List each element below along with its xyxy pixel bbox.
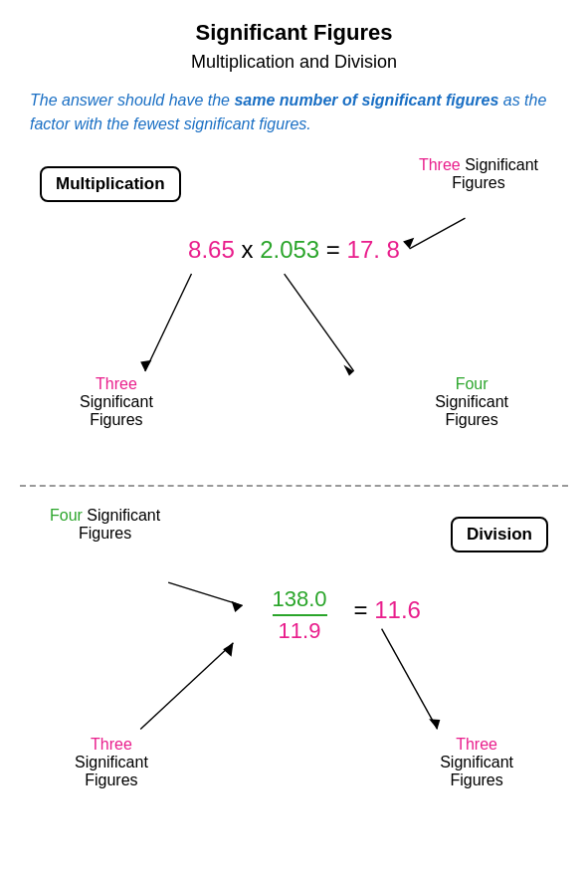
division-label: Division bbox=[467, 525, 532, 544]
sig-figs-div-top2: Figures bbox=[79, 525, 131, 542]
multiplication-equation: 8.65 x 2.053 = 17. 8 bbox=[188, 236, 400, 264]
division-result: = 11.6 bbox=[354, 596, 421, 624]
num1: 8.65 bbox=[188, 236, 235, 263]
sig-figs-div-left-1: Significant bbox=[75, 754, 148, 771]
division-result-value: 11.6 bbox=[374, 596, 421, 623]
sub-title: Multiplication and Division bbox=[20, 52, 568, 73]
three-label-div-right: Three bbox=[456, 736, 497, 753]
rule-text: The answer should have the same number o… bbox=[20, 89, 568, 136]
sig-figs-bottom-left-1: Significant bbox=[80, 393, 153, 410]
three-sig-top-label: Three Significant Figures bbox=[419, 156, 538, 192]
three-label-top: Three bbox=[419, 156, 461, 173]
num2: 2.053 bbox=[260, 236, 319, 263]
three-label-bottom-left: Three bbox=[96, 375, 137, 392]
rule-text-bold: same number of significant figures bbox=[234, 92, 498, 109]
division-equals: = bbox=[354, 596, 375, 623]
svg-marker-9 bbox=[223, 643, 233, 657]
division-box: Division bbox=[451, 517, 548, 552]
multiplication-label: Multiplication bbox=[56, 174, 165, 193]
fraction: 138.0 11.9 bbox=[272, 586, 326, 644]
sig-figs-div-left-2: Figures bbox=[85, 771, 137, 788]
sig-figs-bottom-right-1: Significant bbox=[435, 393, 508, 410]
sig-figs-div-right-2: Figures bbox=[450, 771, 502, 788]
svg-marker-3 bbox=[140, 360, 151, 371]
section-divider bbox=[20, 485, 568, 487]
four-label-div: Four bbox=[50, 507, 83, 524]
three-sig-div-left: Three Significant Figures bbox=[75, 736, 148, 789]
three-sig-bottom-left: Three Significant Figures bbox=[80, 375, 153, 429]
page: Significant Figures Multiplication and D… bbox=[0, 0, 588, 881]
svg-marker-7 bbox=[232, 601, 243, 612]
svg-line-6 bbox=[168, 582, 243, 605]
svg-line-10 bbox=[382, 629, 438, 730]
sig-figs-bottom-left-2: Figures bbox=[90, 411, 142, 428]
svg-line-0 bbox=[410, 218, 466, 249]
sig-figs-bottom-right-2: Figures bbox=[445, 411, 497, 428]
svg-marker-5 bbox=[343, 364, 353, 375]
division-section: Four Significant Figures Division 138.0 … bbox=[20, 507, 568, 825]
svg-marker-1 bbox=[403, 238, 414, 249]
op: x bbox=[235, 236, 260, 263]
four-sig-division-top: Four Significant Figures bbox=[50, 507, 160, 543]
eq-sign: = bbox=[319, 236, 346, 263]
three-label-div-left: Three bbox=[91, 736, 132, 753]
svg-line-8 bbox=[140, 643, 233, 730]
four-sig-bottom-right: Four Significant Figures bbox=[435, 375, 508, 429]
sig-figs-label-top2: Figures bbox=[452, 174, 504, 191]
sig-figs-div-right-1: Significant bbox=[440, 754, 513, 771]
sig-figs-div-top: Significant bbox=[87, 507, 160, 524]
four-label-bottom-right: Four bbox=[456, 375, 489, 392]
svg-marker-11 bbox=[429, 719, 440, 729]
fraction-numerator: 138.0 bbox=[272, 586, 326, 616]
fraction-denominator: 11.9 bbox=[272, 618, 326, 644]
svg-line-4 bbox=[285, 274, 354, 371]
result: 17. 8 bbox=[347, 236, 400, 263]
sig-figs-label-top: Significant bbox=[465, 156, 538, 173]
three-sig-div-right: Three Significant Figures bbox=[440, 736, 513, 789]
svg-line-2 bbox=[145, 274, 192, 371]
multiplication-section: Multiplication Three Significant Figures… bbox=[20, 156, 568, 475]
rule-text-part1: The answer should have the bbox=[30, 92, 234, 109]
main-title: Significant Figures bbox=[20, 20, 568, 46]
multiplication-box: Multiplication bbox=[40, 166, 181, 202]
